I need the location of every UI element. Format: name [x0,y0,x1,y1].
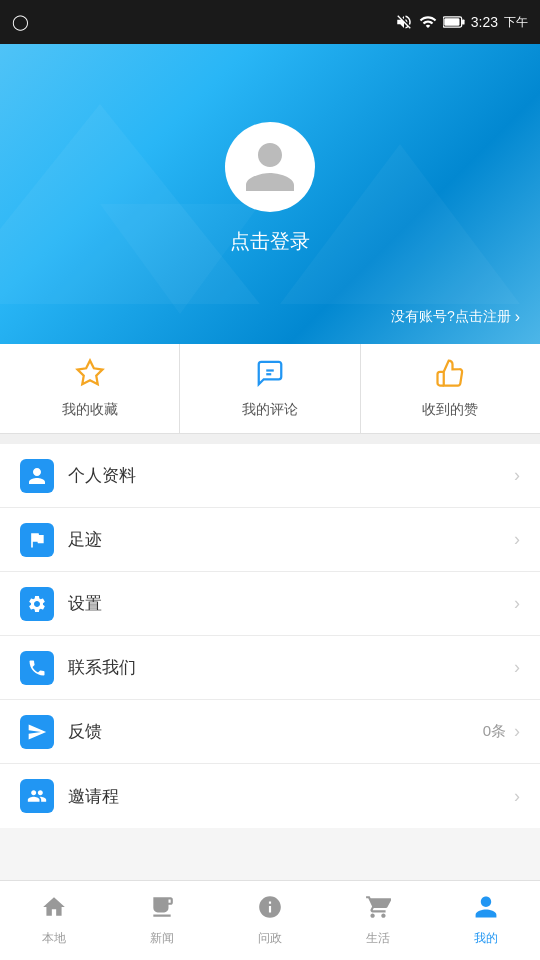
invite-label: 邀请程 [68,785,514,808]
nav-item-politics[interactable]: 问政 [216,881,324,960]
mine-nav-icon [473,894,499,926]
nav-item-life[interactable]: 生活 [324,881,432,960]
local-nav-label: 本地 [42,930,66,947]
section-divider [0,434,540,444]
comments-label: 我的评论 [242,401,298,419]
chevron-icon-feedback: › [514,721,520,742]
comment-icon [255,358,285,395]
time-display: 3:23 [471,14,498,30]
star-icon [75,358,105,395]
footprint-label: 足迹 [68,528,514,551]
life-nav-icon [365,894,391,926]
bottom-nav: 本地 新闻 问政 生活 [0,880,540,960]
quick-item-favorites[interactable]: 我的收藏 [0,344,180,433]
contact-label: 联系我们 [68,656,514,679]
quick-item-comments[interactable]: 我的评论 [180,344,360,433]
svg-rect-2 [444,18,459,26]
menu-list: 个人资料 › 足迹 › 设置 › 联系我们 › [0,444,540,828]
period-display: 下午 [504,14,528,31]
phone-icon [27,658,47,678]
chevron-right-icon: › [515,308,520,326]
settings-label: 设置 [68,592,514,615]
news-nav-icon [149,894,175,926]
news-nav-label: 新闻 [150,930,174,947]
life-nav-label: 生活 [366,930,390,947]
quick-item-likes[interactable]: 收到的赞 [361,344,540,433]
menu-item-contact[interactable]: 联系我们 › [0,636,540,700]
nav-item-news[interactable]: 新闻 [108,881,216,960]
likes-label: 收到的赞 [422,401,478,419]
chevron-icon-contact: › [514,657,520,678]
local-nav-icon [41,894,67,926]
menu-item-footprint[interactable]: 足迹 › [0,508,540,572]
wifi-icon [419,13,437,31]
login-button[interactable]: 点击登录 [230,228,310,255]
carrier-icon: ◯ [12,13,29,31]
menu-item-settings[interactable]: 设置 › [0,572,540,636]
feedback-label: 反馈 [68,720,483,743]
status-bar: ◯ 3:23 下午 [0,0,540,44]
status-right: 3:23 下午 [395,13,528,31]
battery-icon [443,15,465,29]
favorites-label: 我的收藏 [62,401,118,419]
svg-rect-1 [462,19,465,24]
thumb-icon [435,358,465,395]
person-icon [27,466,47,486]
nav-item-mine[interactable]: 我的 [432,881,540,960]
mute-icon [395,13,413,31]
contact-icon-bg [20,651,54,685]
invite-icon [27,786,47,806]
invite-icon-bg [20,779,54,813]
status-left: ◯ [12,13,29,31]
feedback-icon-bg [20,715,54,749]
avatar-icon [240,137,300,197]
chevron-icon-footprint: › [514,529,520,550]
chevron-icon-invite: › [514,786,520,807]
menu-item-invite[interactable]: 邀请程 › [0,764,540,828]
flag-icon [27,530,47,550]
svg-marker-3 [77,361,102,385]
nav-item-local[interactable]: 本地 [0,881,108,960]
avatar[interactable] [225,122,315,212]
politics-nav-label: 问政 [258,930,282,947]
menu-item-profile[interactable]: 个人资料 › [0,444,540,508]
gear-icon [27,594,47,614]
quick-actions: 我的收藏 我的评论 收到的赞 [0,344,540,434]
chevron-icon-settings: › [514,593,520,614]
feedback-badge: 0条 [483,722,506,741]
profile-header[interactable]: 点击登录 没有账号?点击注册 › [0,44,540,344]
footprint-icon-bg [20,523,54,557]
chevron-icon-profile: › [514,465,520,486]
register-text: 没有账号?点击注册 [391,308,511,326]
politics-nav-icon [257,894,283,926]
profile-label: 个人资料 [68,464,514,487]
menu-item-feedback[interactable]: 反馈 0条 › [0,700,540,764]
profile-icon-bg [20,459,54,493]
send-icon [27,722,47,742]
register-link[interactable]: 没有账号?点击注册 › [391,308,520,326]
settings-icon-bg [20,587,54,621]
mine-nav-label: 我的 [474,930,498,947]
